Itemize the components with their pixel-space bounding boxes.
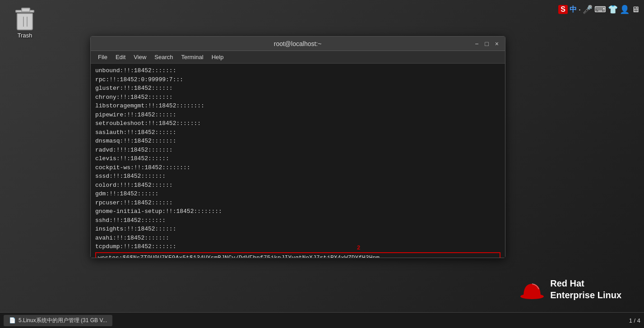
line-rpc: rpc:!!:18452:0:99999:7::: [95,75,500,84]
taskbar-item-label: 5.Linux系统中的用户管理 (31 GB V... [19,317,107,324]
line-pipewire: pipewire:!!:18452:::::: [95,111,500,120]
redhat-hat-icon [520,279,545,300]
line-libstorage: libstoragemgmt:!!:18452:::::::: [95,102,500,111]
system-tray: S 中 · 🎤 ⌨ 👕 👤 🖥 [558,5,639,14]
terminal-content[interactable]: unbound:!!:18452::::::: rpc:!!:18452:0:9… [91,64,505,258]
line-avahi: avahi:!!:18452::::::: [95,234,500,243]
close-button[interactable]: × [493,41,500,47]
trash-icon[interactable]: Trash [14,5,36,39]
tray-s-icon[interactable]: S [558,5,568,14]
redhat-line1: Red Hat [550,277,621,289]
tray-dot-icon[interactable]: · [579,5,581,14]
maximize-button[interactable]: □ [483,41,490,47]
taskbar: 📄 5.Linux系统中的用户管理 (31 GB V... 1 / 4 [0,312,644,328]
tray-monitor-icon[interactable]: 🖥 [631,5,639,14]
line-unbound: unbound:!!:18452::::::: [95,66,500,75]
tray-user-icon[interactable]: 👤 [620,5,630,14]
menu-file[interactable]: File [94,52,111,62]
highlighted-line-1: westos:$6$NsZT9U9U7KE9Ax5t$134UYsmBJNCy/… [98,254,498,258]
line-dnsmasq: dnsmasq:!!:18452::::::: [95,137,500,146]
line-tcpdump: tcpdump:!!:18452::::::: [95,242,500,251]
annotation-1: 1 [91,254,91,258]
redhat-text: Red Hat Enterprise Linux [550,277,621,301]
annotation-2: 2 [357,243,360,252]
trash-icon-image [14,5,36,30]
tray-cloth-icon[interactable]: 👕 [608,5,618,14]
line-saslauth: saslauth:!!:18452:::::: [95,128,500,137]
taskbar-page: 1 / 4 [629,317,640,324]
line-clevis: clevis:!!:18452:::::: [95,154,500,163]
line-cockpit: cockpit-ws:!!:18452:::::::: [95,163,500,172]
line-sshd: sshd:!!:18452::::::: [95,216,500,225]
line-gdm: gdm:!!:18452:::::: [95,189,500,199]
title-bar: root@localhost:~ − □ × [91,37,505,51]
line-colord: colord:!!!:18452:::::: [95,181,500,190]
menu-search[interactable]: Search [151,52,176,62]
taskbar-item-icon: 📄 [9,317,16,323]
line-gluster: gluster:!!:18452:::::: [95,84,500,93]
window-controls: − □ × [473,41,500,47]
minimize-button[interactable]: − [473,41,480,47]
line-sssd: sssd:!!:18452::::::: [95,172,500,181]
highlighted-block: 1 westos:$6$NsZT9U9U7KE9Ax5t$134UYsmBJNC… [95,252,500,258]
trash-lid [15,10,34,13]
menu-terminal[interactable]: Terminal [178,52,207,62]
menu-edit[interactable]: Edit [112,52,129,62]
desktop: Trash S 中 · 🎤 ⌨ 👕 👤 🖥 root@localhost:~ −… [0,0,644,328]
trash-label: Trash [18,32,32,39]
terminal-window: root@localhost:~ − □ × File Edit View Se… [90,36,505,258]
menu-view[interactable]: View [130,52,150,62]
line-insights: insights:!!:18452:::::: [95,225,500,234]
tray-mic-icon[interactable]: 🎤 [583,5,593,14]
line-chrony: chrony:!!:18452::::::: [95,93,500,102]
menu-help[interactable]: Help [208,52,227,62]
tray-zh-icon[interactable]: 中 [570,5,577,14]
line-radvd: radvd:!!!:18452::::::: [95,146,500,155]
taskbar-item[interactable]: 📄 5.Linux系统中的用户管理 (31 GB V... [4,315,112,326]
tray-keyboard-icon[interactable]: ⌨ [594,5,606,14]
redhat-logo: Red Hat Enterprise Linux [520,277,621,301]
redhat-line2: Enterprise Linux [550,289,621,301]
line-gnome: gnome-initial-setup:!!:18452:::::::: [95,207,500,216]
menu-bar: File Edit View Search Terminal Help [91,51,505,64]
line-rpcuser: rpcuser:!!:18452:::::: [95,199,500,208]
line-setroubleshoot: setroubleshoot:!!:18452::::::: [95,119,500,128]
terminal-title: root@localhost:~ [122,40,473,47]
trash-body [17,13,33,30]
